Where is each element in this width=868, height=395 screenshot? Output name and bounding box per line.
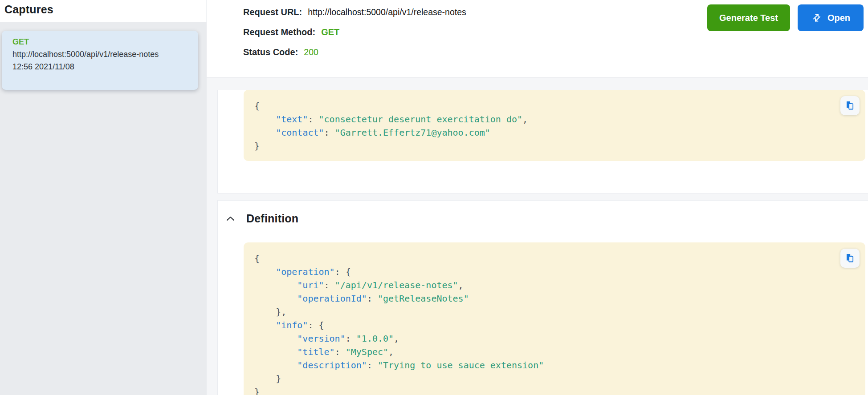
page-title: Captures xyxy=(4,3,53,16)
collapse-definition-button[interactable] xyxy=(225,215,236,222)
captures-list: GET http://localhost:5000/api/v1/release… xyxy=(0,22,207,90)
request-summary-header: Request URL: http://localhost:5000/api/v… xyxy=(207,0,868,78)
capture-list-item[interactable]: GET http://localhost:5000/api/v1/release… xyxy=(2,31,198,90)
capture-url: http://localhost:5000/api/v1/release-not… xyxy=(12,50,191,59)
status-code-label: Status Code: xyxy=(243,46,298,58)
header-actions: Generate Test Open xyxy=(707,4,864,31)
response-json: { "text": "consectetur deserunt exercita… xyxy=(254,99,861,153)
copy-icon xyxy=(845,101,855,111)
open-button[interactable]: Open xyxy=(798,4,864,31)
captures-sidebar: Captures GET http://localhost:5000/api/v… xyxy=(0,0,207,395)
request-method-value: GET xyxy=(321,26,339,38)
definition-code-block: { "operation": { "uri": "/api/v1/release… xyxy=(244,242,865,395)
request-url-value: http://localhost:5000/api/v1/release-not… xyxy=(308,6,466,18)
sidebar-header: Captures xyxy=(0,0,207,22)
api-arrows-icon xyxy=(811,12,823,24)
capture-timestamp: 12:56 2021/11/08 xyxy=(12,62,191,72)
main-body: { "text": "consectetur deserunt exercita… xyxy=(207,78,868,395)
response-code-block: { "text": "consectetur deserunt exercita… xyxy=(244,90,865,161)
generate-test-label: Generate Test xyxy=(719,13,778,23)
status-code-value: 200 xyxy=(304,46,318,58)
response-panel: { "text": "consectetur deserunt exercita… xyxy=(217,90,868,193)
status-code-row: Status Code: 200 xyxy=(243,46,868,58)
capture-detail-main: Request URL: http://localhost:5000/api/v… xyxy=(207,0,868,395)
request-method-label: Request Method: xyxy=(243,26,315,38)
copy-response-button[interactable] xyxy=(840,96,860,115)
chevron-up-icon xyxy=(226,216,235,222)
copy-definition-button[interactable] xyxy=(840,249,860,268)
definition-section-header: Definition xyxy=(225,211,868,226)
open-button-label: Open xyxy=(827,13,850,23)
definition-title: Definition xyxy=(246,212,298,225)
copy-icon xyxy=(845,253,855,263)
generate-test-button[interactable]: Generate Test xyxy=(707,4,790,31)
definition-json: { "operation": { "uri": "/api/v1/release… xyxy=(254,252,861,395)
definition-panel: Definition { "operation": { "uri": "/api… xyxy=(217,200,868,395)
capture-method-badge: GET xyxy=(12,37,191,47)
request-url-label: Request URL: xyxy=(243,6,302,18)
